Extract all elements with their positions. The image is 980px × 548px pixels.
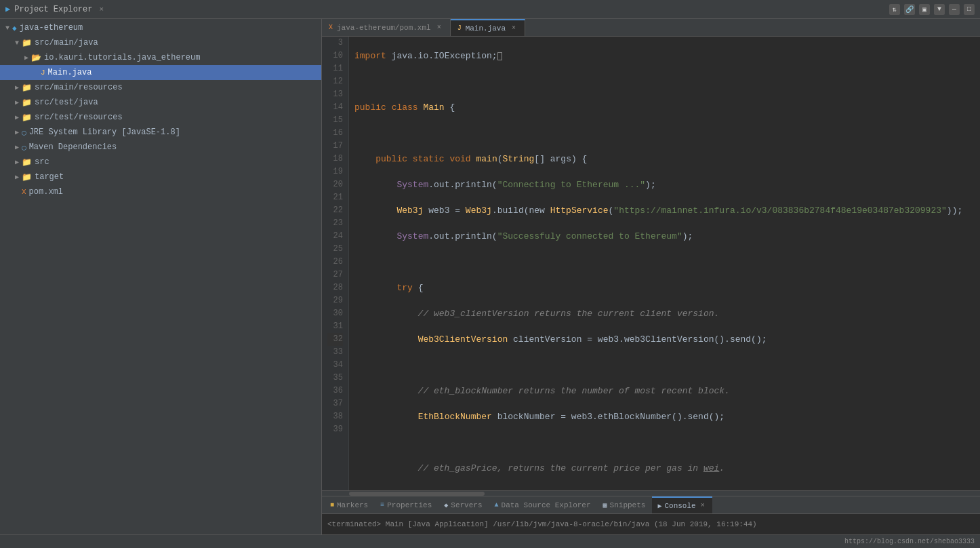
folder-icon: 📁 (22, 172, 32, 182)
code-line-15: Web3j web3 = Web3j.build(new HttpService… (354, 204, 975, 217)
tree-arrow: ▶ (12, 158, 22, 166)
tree-item-target[interactable]: ▶ 📁 target (0, 170, 321, 184)
folder-icon: 📁 (22, 98, 32, 108)
tree-label: io.kauri.tutorials.java_ethereum (44, 53, 200, 62)
tree-label: src/main/resources (35, 83, 123, 92)
folder-icon: 📁 (22, 83, 32, 93)
window-dropdown-btn[interactable]: ▼ (934, 4, 945, 15)
window-link-btn[interactable]: 🔗 (904, 4, 915, 15)
maven-icon: ◯ (22, 143, 26, 152)
code-line-14: System.out.println("Connecting to Ethere… (354, 178, 975, 191)
code-line-23: EthBlockNumber blockNumber = web3.ethBlo… (354, 410, 975, 423)
line-numbers: 3 10 11 12 13 14 15 16 17 18 19 20 21 22… (322, 37, 349, 490)
mouse-cursor: ​ (119, 96, 127, 109)
tree-item-jre[interactable]: ▶ ◯ JRE System Library [JavaSE-1.8] (0, 125, 321, 140)
tree-arrow: ▶ (12, 173, 22, 181)
bottom-tabs: ■ Markers ≡ Properties ◆ Servers ▲ Data … (322, 496, 980, 514)
tree-item-src-main-java[interactable]: ▼ 📁 src/main/java (0, 35, 321, 50)
tree-item-src-test-res[interactable]: ▶ 📁 src/test/resources (0, 110, 321, 125)
xml-file-icon: X (22, 188, 26, 196)
tab-snippets[interactable]: ▩ Snippets (598, 496, 651, 513)
tree-item-package[interactable]: ▶ 📂 io.kauri.tutorials.java_ethereum (0, 50, 321, 65)
tab-icon-java: J (457, 24, 462, 32)
markers-icon: ■ (330, 501, 334, 509)
datasource-icon: ▲ (495, 501, 499, 509)
tree-item-pom-xml[interactable]: X pom.xml (0, 184, 321, 199)
code-content[interactable]: import java.io.IOException; public class… (349, 37, 980, 490)
tree-arrow: ▶ (12, 128, 22, 136)
tree-label: src (35, 157, 49, 167)
code-line-12 (354, 127, 975, 140)
tab-label-pom: java-ethereum/pom.xml (337, 24, 431, 32)
title-bar: ▶ Project Explorer × ⇅ 🔗 ▣ ▼ — □ (0, 0, 980, 19)
package-icon: 📂 (31, 53, 41, 63)
tree-arrow: ▶ (12, 143, 22, 151)
tree-arrow: ▼ (3, 24, 12, 32)
folder-icon: 📁 (22, 113, 32, 123)
tree-label: target (35, 172, 64, 182)
right-panel: X java-ethereum/pom.xml × J Main.java × … (322, 19, 980, 534)
tree-label: src/test/java (35, 98, 98, 107)
window-maximize-btn[interactable]: □ (964, 4, 975, 15)
tree-item-java-ethereum[interactable]: ▼ ◆ java-ethereum (0, 20, 321, 35)
code-line-10 (354, 75, 975, 88)
editor-tabs: X java-ethereum/pom.xml × J Main.java × (322, 19, 980, 37)
console-label: Console (664, 502, 695, 510)
project-icon-tree: ◆ (12, 24, 17, 33)
code-line-21 (354, 359, 975, 372)
code-line-3: import java.io.IOException; (354, 50, 975, 62)
code-line-19: // web3_clientVersion returns the curren… (354, 307, 975, 320)
tab-pom-xml[interactable]: X java-ethereum/pom.xml × (322, 19, 451, 36)
console-content: <terminated> Main [Java Application] /us… (322, 514, 980, 534)
tab-markers[interactable]: ■ Markers (325, 496, 373, 513)
title-bar-buttons: ⇅ 🔗 ▣ ▼ — □ (889, 4, 975, 15)
code-area[interactable]: 3 10 11 12 13 14 15 16 17 18 19 20 21 22… (322, 37, 980, 490)
tree-arrow: ▶ (12, 98, 22, 106)
code-line-24 (354, 436, 975, 449)
tree-item-maven[interactable]: ▶ ◯ Maven Dependencies (0, 140, 321, 155)
tree-item-main-java[interactable]: J Main.java (0, 65, 321, 80)
tree-item-src[interactable]: ▶ 📁 src (0, 155, 321, 170)
project-explorer-label: Project Explorer (14, 5, 92, 14)
tree-label: pom.xml (29, 187, 63, 197)
properties-icon: ≡ (380, 501, 384, 509)
tree-label: java-ethereum (20, 23, 83, 33)
scrollbar-thumb[interactable] (349, 492, 485, 496)
code-line-18: try { (354, 281, 975, 294)
tree-item-src-main-res[interactable]: ▶ 📁 src/main/resources (0, 80, 321, 95)
tree-label: Maven Dependencies (29, 142, 117, 152)
tab-close-java[interactable]: × (510, 24, 518, 33)
status-url: https://blog.csdn.net/shebao3333 (844, 538, 975, 545)
servers-icon: ◆ (444, 501, 448, 509)
code-editor[interactable]: 3 10 11 12 13 14 15 16 17 18 19 20 21 22… (322, 37, 980, 496)
tab-close-pom[interactable]: × (435, 24, 443, 32)
code-line-16: System.out.println("Successfuly connecte… (354, 230, 975, 243)
title-close-icon[interactable]: × (99, 5, 104, 14)
console-icon: ▶ (657, 502, 661, 510)
console-close-icon[interactable]: × (699, 502, 707, 510)
tab-main-java[interactable]: J Main.java × (451, 19, 525, 36)
tab-datasource[interactable]: ▲ Data Source Explorer (489, 496, 596, 513)
tab-icon-pom: X (329, 24, 333, 31)
horizontal-scrollbar[interactable] (322, 490, 980, 496)
tab-console[interactable]: ▶ Console × (652, 496, 712, 513)
tree-arrow: ▶ (22, 54, 31, 62)
tab-properties[interactable]: ≡ Properties (375, 496, 437, 513)
tree-label: src/test/resources (35, 113, 123, 122)
window-sync-btn[interactable]: ⇅ (889, 4, 900, 15)
code-line-20: Web3ClientVersion clientVersion = web3.w… (354, 333, 975, 346)
status-bar: https://blog.csdn.net/shebao3333 (0, 534, 980, 548)
tree-arrow: ▼ (12, 39, 22, 47)
folder-icon: 📁 (22, 38, 32, 48)
servers-label: Servers (451, 501, 482, 509)
tree-label: JRE System Library [JavaSE-1.8] (29, 128, 180, 137)
tree-item-src-test-java[interactable]: ▶ 📁 src/test/java (0, 95, 321, 110)
tab-servers[interactable]: ◆ Servers (438, 496, 487, 513)
window-view-btn[interactable]: ▣ (919, 4, 930, 15)
tree-arrow: ▶ (12, 113, 22, 121)
code-line-17 (354, 256, 975, 269)
datasource-label: Data Source Explorer (502, 501, 591, 509)
tree-label: Main.java (48, 68, 92, 77)
window-minimize-btn[interactable]: — (949, 4, 960, 15)
tree-label: src/main/java (35, 38, 98, 47)
